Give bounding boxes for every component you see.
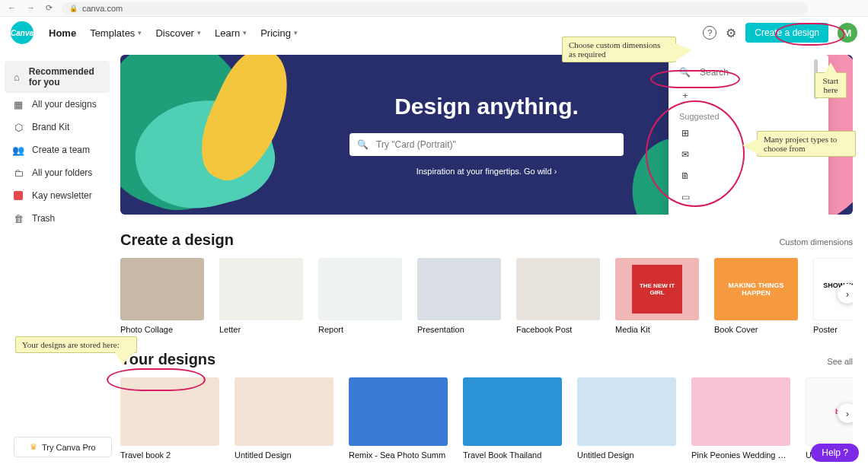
hero-search-input[interactable] [375,138,616,151]
dropdown-suggested-label: Suggested [669,107,828,123]
design-card[interactable]: Untitled Design [577,377,676,460]
annotation-project-types: Many project types to choose from [757,131,856,157]
sidebar-item-label: Kay newsletter [32,190,92,201]
plus-icon: ＋ [679,89,691,102]
url-text: canva.com [82,4,123,13]
crown-icon: ♛ [30,442,37,452]
card-icon: ◫ [679,213,691,215]
sidebar-item-create-team[interactable]: 👥 Create a team [5,138,110,161]
primary-nav: Home Templates▾ Discover▾ Learn▾ Pricing… [49,27,298,39]
gear-icon[interactable]: ⚙ [726,26,736,40]
nav-home[interactable]: Home [49,27,76,39]
template-card-book-cover[interactable]: MAKING THINGS HAPPENBook Cover [714,258,798,334]
template-card-report[interactable]: Report [318,258,402,334]
sidebar: ⌂ Recommended for you ▦ All your designs… [0,49,114,471]
sidebar-item-kay-newsletter[interactable]: Kay newsletter [5,184,110,207]
try-pro-label: Try Canva Pro [42,443,96,452]
custom-dimensions-link[interactable]: Custom dimensions [779,237,853,247]
home-icon: ⌂ [12,71,21,83]
envelope-icon: ✉ [679,149,691,160]
template-card-letter[interactable]: Letter [219,258,303,334]
nav-discover[interactable]: Discover▾ [155,27,201,39]
dropdown-item-label: Photo Collage [699,128,756,138]
hero-banner: Design anything. 🔍 Inspiration at your f… [120,55,853,215]
presentation-icon: ▭ [679,192,691,202]
dropdown-item-label: Card (Portrait) [699,213,757,215]
search-icon: 🔍 [357,139,369,150]
dropdown-item-label: Letter [699,149,723,160]
dropdown-item-presentation[interactable]: ▭Presentation [669,186,828,208]
document-icon: 🗎 [679,170,691,181]
sidebar-item-label: Brand Kit [32,122,69,132]
template-card-photo-collage[interactable]: Photo Collage [120,258,204,334]
section-create-design: Create a design Custom dimensions Photo … [120,231,853,334]
dropdown-search-input[interactable] [698,66,818,78]
create-design-button[interactable]: Create a design [745,23,828,43]
designs-carousel: Travel book 2 Untitled Design Remix - Se… [120,377,853,460]
app-topbar: Canva Home Templates▾ Discover▾ Learn▾ P… [0,17,868,49]
hero-title: Design anything. [394,94,579,119]
sidebar-item-trash[interactable]: 🗑 Trash [5,207,110,230]
design-card[interactable]: Travel Book Thailand [463,377,562,460]
help-button[interactable]: Help ? [811,444,859,462]
nav-learn[interactable]: Learn▾ [215,27,247,39]
search-icon: 🔍 [679,67,691,78]
dropdown-item-report[interactable]: 🗎Report [669,165,828,186]
help-icon[interactable]: ? [703,26,716,40]
hero-search[interactable]: 🔍 [349,133,624,156]
collage-icon: ⊞ [679,128,691,138]
dropdown-item-label: Presentation [699,192,750,202]
sidebar-item-all-designs[interactable]: ▦ All your designs [5,93,110,116]
template-carousel: Photo Collage Letter Report Presentation… [120,258,853,334]
avatar[interactable]: M [838,23,857,43]
sidebar-item-brand-kit[interactable]: ⬡ Brand Kit [5,116,110,138]
lock-icon: 🔒 [69,5,78,12]
sidebar-item-recommended[interactable]: ⌂ Recommended for you [5,61,110,93]
sidebar-item-label: Recommended for you [29,66,102,88]
forward-icon[interactable]: → [27,3,35,13]
dropdown-search[interactable]: 🔍 [669,61,828,84]
carousel-next-button[interactable]: › [838,284,853,304]
template-card-facebook-post[interactable]: Facebook Post [516,258,600,334]
grid-icon: ▦ [12,98,24,110]
design-card[interactable]: Travel book 2 [120,377,219,460]
browser-chrome: ← → ⟳ 🔒 canva.com [0,0,868,17]
design-card[interactable]: Remix - Sea Photo Summ [349,377,448,460]
sidebar-item-folders[interactable]: 🗀 All your folders [5,161,110,184]
design-card[interactable]: Pink Peonies Wedding Pho [691,377,790,460]
sidebar-item-label: Trash [32,213,55,224]
template-card-presentation[interactable]: Presentation [417,258,501,334]
back-icon[interactable]: ← [8,3,16,13]
carousel-next-button[interactable]: › [838,403,853,423]
main-content: Design anything. 🔍 Inspiration at your f… [114,49,868,471]
annotation-custom-dimensions: Choose custom dimensions as required [562,37,676,62]
see-all-link[interactable]: See all [827,357,853,366]
annotation-your-designs: Your designs are stored here: [15,336,137,353]
design-card[interactable]: Untitled Design [235,377,333,460]
canva-logo[interactable]: Canva [11,21,34,44]
sidebar-item-label: Create a team [32,145,90,155]
nav-templates[interactable]: Templates▾ [90,27,142,39]
dropdown-item-card[interactable]: ◫Card (Portrait) [669,208,828,215]
section-heading: Create a design [120,231,234,249]
nav-pricing[interactable]: Pricing▾ [260,27,298,39]
square-icon [12,189,24,202]
folder-icon: 🗀 [12,167,24,179]
dropdown-custom-dimensions[interactable]: ＋ Custom dimensions [669,84,828,107]
reload-icon[interactable]: ⟳ [46,3,53,13]
section-your-designs: Your designs See all Travel book 2 Untit… [120,351,853,460]
address-bar[interactable]: 🔒 canva.com [62,2,808,14]
dropdown-item-label: Custom dimensions [699,91,779,101]
template-card-media-kit[interactable]: THE NEW IT GIRLMedia Kit [615,258,699,334]
people-icon: 👥 [12,144,24,156]
chevron-down-icon: ▾ [294,29,298,37]
hero-subtext[interactable]: Inspiration at your fingertips. Go wild … [416,167,557,176]
sidebar-item-label: All your folders [32,167,92,178]
chevron-down-icon: ▾ [138,29,142,37]
dropdown-item-label: Report [699,170,726,181]
trash-icon: 🗑 [12,212,24,224]
annotation-start-here: Start here [815,72,847,98]
try-canva-pro-button[interactable]: ♛ Try Canva Pro [14,437,112,457]
chevron-down-icon: ▾ [197,29,201,37]
sidebar-item-label: All your designs [32,99,97,110]
